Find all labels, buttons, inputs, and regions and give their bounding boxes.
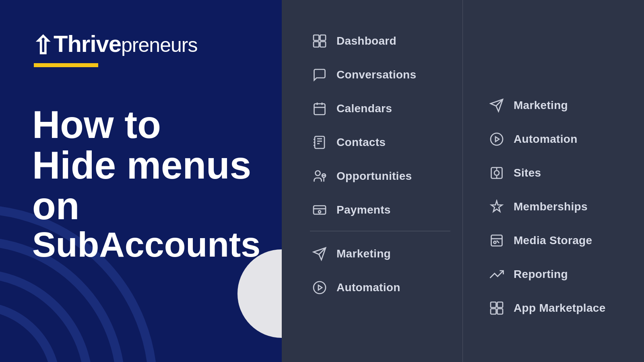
svg-marker-33 (495, 137, 499, 142)
menu-item-opportunities[interactable]: Opportunities (306, 159, 454, 193)
menu-item-sites[interactable]: Sites (483, 156, 636, 190)
menu-label-media-storage: Media Storage (514, 234, 592, 247)
svg-marker-29 (318, 285, 322, 290)
menu-label-contacts: Contacts (336, 136, 386, 149)
menu-label-memberships: Memberships (514, 200, 588, 213)
menu-item-dashboard[interactable]: Dashboard (306, 24, 454, 58)
svg-point-25 (318, 211, 321, 213)
menu-item-contacts[interactable]: Contacts (306, 125, 454, 159)
menu-item-automation-bottom[interactable]: Automation (306, 271, 454, 304)
menu-label-marketing-bottom: Marketing (336, 247, 391, 260)
logo-area: ⇧Thrivepreneurs (32, 32, 197, 67)
automation-bottom-icon (310, 278, 329, 297)
payments-icon (310, 200, 329, 220)
menu-item-media-storage[interactable]: Media Storage (483, 224, 636, 257)
svg-rect-40 (491, 302, 496, 308)
svg-point-32 (491, 133, 503, 145)
logo-preneurs: preneurs (121, 34, 197, 56)
logo-thrive-bold: ⇧Thrive (32, 31, 121, 57)
sites-icon (487, 163, 506, 183)
menu-label-automation: Automation (514, 133, 578, 146)
left-background: ⇧Thrivepreneurs How to Hide menus on Sub… (0, 0, 302, 362)
app-marketplace-icon (487, 298, 506, 318)
heading-line1: How to (32, 105, 290, 145)
svg-point-28 (314, 282, 326, 294)
memberships-icon (487, 197, 506, 216)
menu-item-calendars[interactable]: Calendars (306, 92, 454, 125)
menu-label-dashboard: Dashboard (336, 35, 396, 47)
svg-point-39 (494, 241, 496, 244)
right-panel: Dashboard Conversations Calendars Contac… (282, 0, 644, 362)
opportunities-icon (310, 167, 329, 186)
svg-point-21 (316, 171, 320, 176)
logo-arrow: ⇧ (32, 32, 53, 60)
menu-label-app-marketplace: App Marketplace (514, 302, 606, 315)
menu-label-opportunities: Opportunities (336, 170, 412, 183)
svg-rect-14 (315, 136, 324, 148)
marketing-icon (487, 96, 506, 115)
heading-line3: SubAccounts (32, 226, 290, 263)
calendars-icon (310, 99, 329, 118)
menu-item-payments[interactable]: Payments (306, 193, 454, 227)
svg-rect-42 (491, 309, 496, 315)
reporting-icon (487, 265, 506, 284)
menu-label-payments: Payments (336, 204, 391, 216)
heading-line2: Hide menus on (32, 145, 290, 226)
menu-item-marketing-bottom[interactable]: Marketing (306, 237, 454, 271)
marketing-bottom-icon (310, 244, 329, 263)
svg-point-35 (494, 171, 499, 175)
svg-rect-41 (497, 302, 503, 308)
menu-column-right: Marketing Automation Sites Memberships (463, 0, 644, 362)
logo-text: ⇧Thrivepreneurs (32, 32, 197, 58)
menu-item-conversations[interactable]: Conversations (306, 58, 454, 92)
contacts-icon (310, 133, 329, 152)
menu-label-reporting: Reporting (514, 268, 568, 281)
svg-point-0 (0, 306, 56, 362)
menu-item-app-marketplace[interactable]: App Marketplace (483, 291, 636, 325)
svg-rect-6 (314, 35, 319, 41)
logo-underline (34, 63, 98, 67)
svg-rect-9 (320, 42, 326, 47)
svg-rect-7 (320, 35, 326, 41)
svg-rect-10 (314, 104, 325, 115)
menu-item-automation[interactable]: Automation (483, 122, 636, 156)
menu-label-marketing: Marketing (514, 99, 568, 112)
menu-label-calendars: Calendars (336, 102, 392, 115)
menu-label-sites: Sites (514, 167, 541, 179)
menu-label-conversations: Conversations (336, 68, 416, 81)
menu-column-left: Dashboard Conversations Calendars Contac… (282, 0, 463, 362)
conversations-icon (310, 65, 329, 84)
automation-icon (487, 130, 506, 149)
dashboard-icon (310, 31, 329, 51)
menu-divider (310, 231, 450, 231)
menu-item-reporting[interactable]: Reporting (483, 257, 636, 291)
main-heading: How to Hide menus on SubAccounts (32, 105, 290, 263)
menu-item-marketing[interactable]: Marketing (483, 88, 636, 122)
menu-item-memberships[interactable]: Memberships (483, 190, 636, 224)
svg-rect-8 (314, 42, 319, 47)
logo-thrive: Thrive (54, 31, 121, 57)
svg-rect-43 (497, 309, 503, 315)
menu-label-automation-bottom: Automation (336, 281, 400, 294)
media-storage-icon (487, 231, 506, 250)
